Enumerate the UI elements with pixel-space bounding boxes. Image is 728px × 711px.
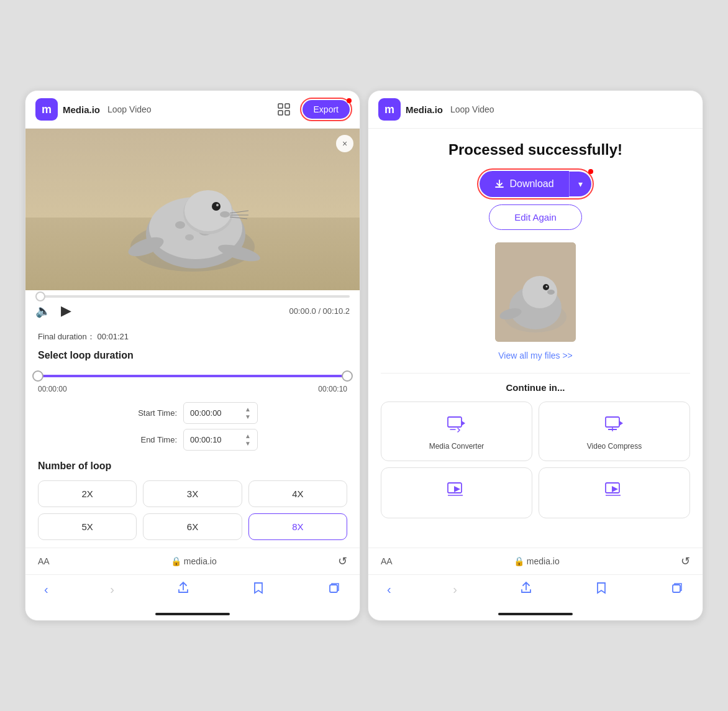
grid-icon[interactable] (275, 101, 293, 118)
right-back-button[interactable]: ‹ (387, 582, 391, 597)
player-controls: 🔈 ▶ 00:00.0 / 00:10.2 (25, 298, 360, 324)
video-compress-label: Video Compress (587, 442, 642, 451)
start-time-input[interactable]: 00:00:00 ▲ ▼ (183, 402, 258, 424)
right-share-button[interactable] (519, 581, 533, 598)
left-phone: m Media.io Loop Video Export (25, 90, 360, 621)
svg-point-12 (212, 202, 221, 211)
view-files-link[interactable]: View all my files >> (498, 351, 573, 360)
right-header: m Media.io Loop Video (368, 91, 703, 129)
tool4-icon (603, 478, 626, 503)
preview-thumbnail (495, 242, 576, 342)
left-header: m Media.io Loop Video Export (25, 91, 360, 129)
number-of-loop-title: Number of loop (38, 461, 347, 472)
svg-marker-37 (612, 486, 618, 492)
svg-rect-0 (278, 104, 283, 108)
right-lock-icon: 🔒 (514, 556, 524, 566)
brand-name: Media.io (63, 104, 100, 115)
right-home-indicator (368, 608, 703, 620)
success-title: Processed successfully! (448, 141, 622, 158)
media-converter-icon (445, 412, 468, 437)
download-dropdown-button[interactable]: ▾ (569, 172, 591, 196)
right-browser-bottom-bar: AA 🔒 media.io ↺ (368, 548, 703, 574)
forward-button[interactable]: › (110, 582, 114, 597)
edit-again-button[interactable]: Edit Again (489, 204, 582, 230)
loop-btn-2x[interactable]: 2X (38, 480, 137, 507)
start-time-stepper[interactable]: ▲ ▼ (245, 406, 251, 420)
export-button[interactable]: Export (303, 100, 350, 119)
right-brand-name: Media.io (406, 104, 443, 115)
close-button[interactable]: × (336, 135, 353, 152)
slider-thumb-right[interactable] (342, 370, 353, 382)
download-button[interactable]: Download (480, 171, 568, 197)
end-time-stepper[interactable]: ▲ ▼ (245, 433, 251, 447)
video-container: × (25, 129, 360, 290)
lock-icon: 🔒 (171, 556, 181, 566)
font-size-control[interactable]: AA (38, 556, 50, 566)
end-time-input[interactable]: 00:00:10 ▲ ▼ (183, 429, 258, 451)
left-content: Final duration： 00:01:21 Select loop dur… (25, 324, 360, 548)
loop-btn-6x[interactable]: 6X (143, 513, 242, 540)
right-browser-nav-bar: ‹ › (368, 574, 703, 608)
right-phone: m Media.io Loop Video Processed successf… (368, 90, 703, 621)
loop-btn-5x[interactable]: 5X (38, 513, 137, 540)
media-converter-label: Media Converter (429, 442, 485, 451)
back-button[interactable]: ‹ (44, 582, 48, 597)
right-page-name: Loop Video (450, 104, 494, 114)
bookmarks-button[interactable] (252, 581, 265, 598)
svg-rect-39 (673, 585, 680, 592)
svg-rect-2 (278, 111, 283, 115)
refresh-button[interactable]: ↺ (338, 554, 347, 568)
slider-thumb-left[interactable] (32, 370, 43, 382)
loop-duration-slider[interactable]: 00:00:00 00:00:10 (38, 370, 347, 393)
svg-point-7 (175, 221, 185, 229)
progress-thumb[interactable] (35, 291, 45, 301)
tabs-button[interactable] (327, 581, 341, 598)
page-name: Loop Video (107, 104, 152, 114)
tool-3[interactable] (381, 467, 532, 518)
select-loop-title: Select loop duration (38, 350, 347, 361)
loop-btn-4x[interactable]: 4X (248, 480, 347, 507)
svg-marker-34 (454, 486, 460, 492)
loop-btn-8x[interactable]: 8X (248, 513, 347, 540)
svg-point-13 (216, 204, 219, 206)
loop-btn-3x[interactable]: 3X (143, 480, 242, 507)
divider (381, 373, 690, 374)
svg-point-9 (185, 234, 194, 241)
right-tabs-button[interactable] (670, 581, 684, 598)
download-notification-dot (588, 169, 593, 174)
right-forward-button[interactable]: › (453, 582, 457, 597)
svg-rect-3 (285, 111, 289, 115)
end-time-label: End Time: (127, 435, 177, 444)
final-duration: Final duration： 00:01:21 (38, 331, 347, 342)
tool-video-compress[interactable]: Video Compress (539, 401, 690, 461)
loop-options-grid: 2X 3X 4X 5X 6X 8X (38, 480, 347, 540)
svg-point-11 (184, 190, 232, 231)
chevron-down-icon: ▾ (578, 179, 583, 189)
tools-grid: Media Converter Video Compress (381, 401, 690, 518)
volume-icon[interactable]: 🔈 (35, 303, 51, 318)
download-icon (494, 179, 504, 189)
tool-4[interactable] (539, 467, 690, 518)
right-logo-icon: m (378, 98, 401, 121)
svg-point-14 (220, 211, 230, 218)
start-time-label: Start Time: (127, 408, 177, 418)
browser-nav-bar: ‹ › (25, 574, 360, 608)
logo-icon: m (35, 98, 58, 121)
right-refresh-button[interactable]: ↺ (681, 554, 690, 568)
svg-point-27 (547, 290, 555, 295)
slider-min-label: 00:00:00 (38, 385, 67, 393)
right-site-url: 🔒 media.io (514, 556, 560, 566)
video-compress-icon (603, 412, 626, 437)
download-button-group[interactable]: Download ▾ (480, 171, 591, 197)
home-indicator (25, 608, 360, 620)
play-icon[interactable]: ▶ (61, 303, 71, 319)
progress-section (25, 290, 360, 298)
svg-rect-30 (606, 417, 619, 427)
tool-media-converter[interactable]: Media Converter (381, 401, 532, 461)
progress-track[interactable] (35, 295, 350, 298)
right-bookmarks-button[interactable] (594, 581, 608, 598)
share-button[interactable] (176, 581, 190, 598)
time-inputs: Start Time: 00:00:00 ▲ ▼ End Time: 00:00… (38, 402, 347, 451)
site-url: 🔒 media.io (171, 556, 217, 566)
right-font-size-control[interactable]: AA (381, 556, 393, 566)
